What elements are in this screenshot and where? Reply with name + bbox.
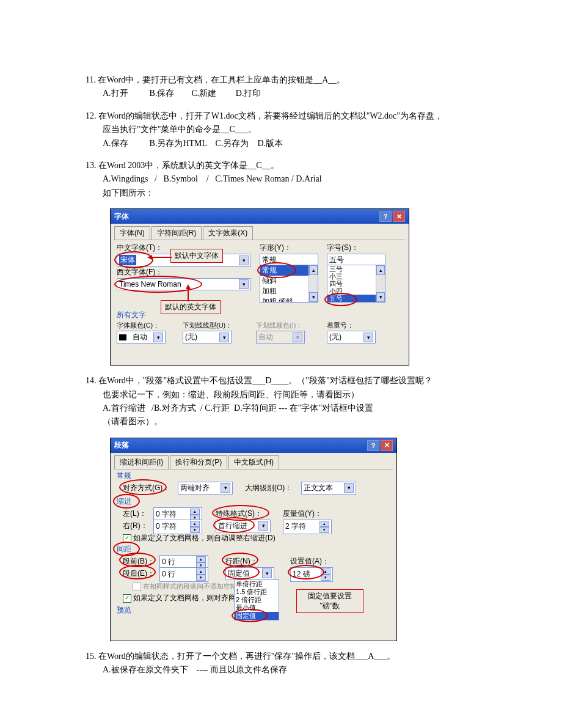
cn-font-value: 宋体 <box>119 255 136 265</box>
dropdown-icon[interactable]: ▾ <box>262 568 272 578</box>
close-icon[interactable]: ✕ <box>393 211 405 222</box>
dropdown-icon: ▾ <box>293 333 302 342</box>
q13-num: 13. <box>86 161 97 170</box>
after-field[interactable]: 0 行▴▾ <box>159 567 208 582</box>
style-listbox[interactable]: 常规 倾斜 加粗 加粗 倾斜 ▴▾ <box>260 265 318 303</box>
align-label: 对齐方式(G)： <box>123 483 170 493</box>
tab-font[interactable]: 字体(N) <box>114 226 150 240</box>
dropdown-icon[interactable]: ▾ <box>344 483 354 493</box>
special-field[interactable]: 首行缩进▾ <box>216 520 271 532</box>
question-13: 13. 在Word 2003中，系统默认的英文字体是__C__。 A.Wingd… <box>86 159 513 200</box>
size-listbox[interactable]: 三号 小三 四号 小四 五号 ▴▾ <box>327 265 385 303</box>
dd-item-1[interactable]: 1.5 倍行距 <box>235 588 279 596</box>
outline-label: 大纲级别(O)： <box>245 483 292 493</box>
svg-marker-1 <box>147 255 152 260</box>
close-icon[interactable]: ✕ <box>381 440 393 451</box>
para-dialog-titlebar: 段落 ? ✕ <box>111 438 396 453</box>
q11-options: A.打开 B.保存 C.新建 D.打印 <box>103 89 261 98</box>
color-label: 字体颜色(C)： <box>117 321 159 330</box>
question-11: 11. 在Word中，要打开已有文档，在工具栏上应单击的按钮是__A__。 A.… <box>86 73 513 101</box>
q15-text: 在Word的编辑状态，打开了一个文档，再进行"保存"操作后，该文档___A___… <box>98 652 395 661</box>
q12-num: 12. <box>86 111 97 120</box>
checkbox-icon[interactable]: ✓ <box>123 594 131 603</box>
q14-line1: 在Word中，"段落"格式设置中不包括设置___D____。（"段落"对话框包括… <box>98 376 432 385</box>
after-label: 段后(E)： <box>123 568 155 579</box>
font-dialog-title: 字体 <box>114 211 129 222</box>
dd-item-0[interactable]: 单倍行距 <box>235 580 279 588</box>
dropdown-icon[interactable]: ▾ <box>153 333 163 342</box>
checkbox-icon <box>133 583 141 591</box>
align-field[interactable]: 两端对齐▾ <box>178 482 233 495</box>
measure-field[interactable]: 2 字符▴▾ <box>283 520 332 534</box>
line-field[interactable]: 固定值▾ <box>225 567 274 580</box>
size-label: 字号(S)： <box>327 243 359 253</box>
ucolor-label: 下划线颜色(I)： <box>256 321 302 330</box>
dd-item-4[interactable]: 固定值 <box>235 612 279 620</box>
dropdown-icon[interactable]: ▾ <box>221 483 230 493</box>
set-field[interactable]: 12 磅▴▾ <box>290 567 333 582</box>
checkbox-icon[interactable]: ✓ <box>123 534 131 543</box>
cn-font-label: 中文字体(T)： <box>117 243 162 253</box>
tab-indent-spacing[interactable]: 缩进和间距(I) <box>114 455 169 469</box>
ustyle-field[interactable]: (无)▾ <box>183 331 232 344</box>
para-dialog-title: 段落 <box>114 440 129 450</box>
scrollbar[interactable]: ▴▾ <box>376 265 385 302</box>
dd-item-3[interactable]: 最小值 <box>235 604 279 612</box>
dropdown-icon[interactable]: ▾ <box>258 521 268 531</box>
outline-field[interactable]: 正文文本▾ <box>301 482 356 495</box>
q12-line1: 在Word的编辑状态中，打开了W1.doc文档，若要将经过编辑后的文档以"W2.… <box>98 111 443 120</box>
ustyle-label: 下划线线型(U)： <box>183 321 232 330</box>
en-font-value: Times New Roman <box>119 280 181 289</box>
color-field[interactable]: 自动▾ <box>117 331 166 344</box>
special-label: 特殊格式(S)： <box>216 509 262 519</box>
line-spacing-dropdown[interactable]: 单倍行距 1.5 倍行距 2 倍行距 最小值 固定值 <box>234 579 279 620</box>
all-text-label: 所有文字 <box>117 310 146 320</box>
font-dialog: 字体 ? ✕ 字体(N) 字符间距(R) 文字效果(X) 中文字体(T)： 宋体… <box>110 208 409 366</box>
emph-label: 着重号： <box>327 321 354 330</box>
scrollbar[interactable]: ▴▾ <box>308 265 318 302</box>
callout-fixed-value: 固定值要设置 "磅"数 <box>296 589 363 614</box>
style-value: 常规 <box>262 255 277 265</box>
size-value: 五号 <box>329 255 344 265</box>
gray-note: 在相同样式的段落间不添加空格 <box>143 583 237 590</box>
emph-field[interactable]: (无)▾ <box>327 331 376 344</box>
arrow-icon <box>147 255 172 261</box>
q14-note: （请看图示）。 <box>103 417 162 426</box>
tab-char-spacing[interactable]: 字符间距(R) <box>151 226 202 240</box>
chk2-label: 如果定义了文档网格，则对齐网 <box>133 594 236 602</box>
para-dialog-body: 常规 对齐方式(G)： 两端对齐▾ 大纲级别(O)： 正文文本▾ 缩进 左(L)… <box>114 469 393 637</box>
font-tabs: 字体(N) 字符间距(R) 文字效果(X) <box>111 224 409 240</box>
preview-label: 预览 <box>117 605 131 616</box>
ucolor-field: 自动▾ <box>256 331 305 344</box>
tab-line-page[interactable]: 换行和分页(P) <box>170 455 227 469</box>
tab-cn-layout[interactable]: 中文版式(H) <box>228 455 279 469</box>
help-icon[interactable]: ? <box>379 211 392 222</box>
dropdown-icon[interactable]: ▾ <box>219 333 229 342</box>
question-12: 12. 在Word的编辑状态中，打开了W1.doc文档，若要将经过编辑后的文档以… <box>86 109 513 150</box>
q12-line2: 应当执行"文件"菜单中的命令是__C___。 <box>103 125 257 134</box>
q14-line2: 也要求记一下，例如：缩进、段前段后间距、行间距等，请看图示） <box>103 390 359 399</box>
paragraph-dialog: 段落 ? ✕ 缩进和间距(I) 换行和分页(P) 中文版式(H) 常规 对齐方式… <box>110 438 397 641</box>
para-tabs: 缩进和间距(I) 换行和分页(P) 中文版式(H) <box>111 453 396 469</box>
right-field[interactable]: 0 字符▴▾ <box>153 520 202 534</box>
dropdown-icon[interactable]: ▾ <box>363 333 373 342</box>
q13-note: 如下图所示： <box>103 188 154 197</box>
en-font-label: 西文字体(F)： <box>117 267 162 278</box>
q15-num: 15. <box>86 652 97 661</box>
help-icon[interactable]: ? <box>367 440 379 451</box>
sec-indent: 缩进 <box>117 496 131 507</box>
en-font-field[interactable]: Times New Roman ▾ <box>117 278 251 290</box>
dropdown-icon[interactable]: ▾ <box>239 279 249 289</box>
arrow-icon <box>185 284 191 303</box>
tab-text-effect[interactable]: 文字效果(X) <box>203 226 253 240</box>
dd-item-2[interactable]: 2 倍行距 <box>235 596 279 604</box>
line-label: 行距(N)： <box>225 556 258 567</box>
svg-marker-3 <box>186 284 191 289</box>
style-label: 字形(Y)： <box>260 243 291 253</box>
callout-cn-font: 默认中文字体 <box>170 249 223 263</box>
q13-options: A.Wingdings / B.Symbol / C.Times New Rom… <box>103 174 322 183</box>
dropdown-icon[interactable]: ▾ <box>239 256 249 265</box>
q12-options: A.保存 B.另存为HTML C.另存为 D.版本 <box>103 139 283 148</box>
page: 11. 在Word中，要打开已有文档，在工具栏上应单击的按钮是__A__。 A.… <box>0 0 562 722</box>
q14-options: A.首行缩进 /B.对齐方式 / C.行距 D.字符间距 --- 在"字体"对话… <box>103 403 373 413</box>
